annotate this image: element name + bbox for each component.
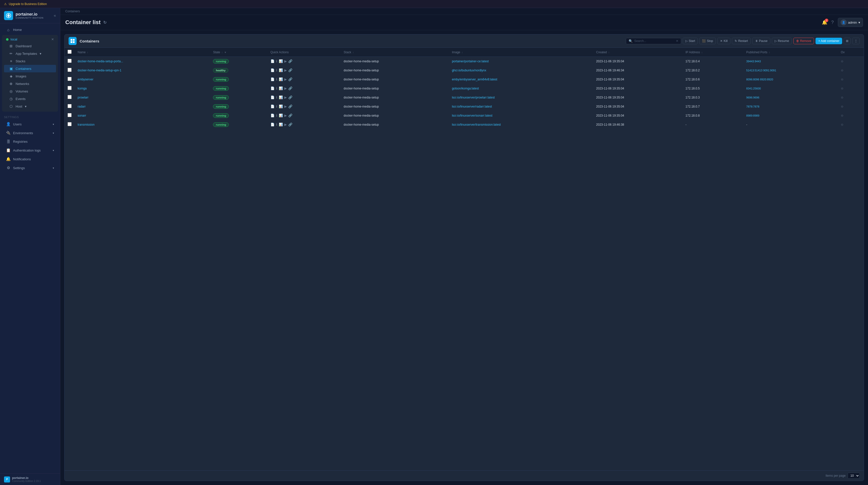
exec-button[interactable]: ▶ <box>284 123 287 126</box>
row-checkbox[interactable] <box>68 59 71 63</box>
container-name-link[interactable]: docker-home-media-setup-vpn-1 <box>78 69 121 72</box>
upgrade-banner[interactable]: ⚠ Upgrade to Business Edition <box>0 0 868 8</box>
col-name[interactable]: Name ↕ <box>74 48 210 57</box>
inspect-button[interactable]: ℹ <box>276 86 277 90</box>
attach-button[interactable]: 🔗 <box>288 123 292 126</box>
container-name-link[interactable]: embyserver <box>78 78 93 81</box>
help-button[interactable]: ? <box>831 20 834 25</box>
attach-button[interactable]: 🔗 <box>288 86 292 90</box>
stats-button[interactable]: 📊 <box>279 86 283 90</box>
stats-button[interactable]: 📊 <box>279 104 283 108</box>
logs-button[interactable]: 📄 <box>271 68 275 72</box>
remove-button[interactable]: 🗑 Remove <box>794 38 814 44</box>
inspect-button[interactable]: ℹ <box>276 59 277 63</box>
container-name-link[interactable]: radarr <box>78 105 86 108</box>
port-link[interactable]: 39443:9443 <box>746 60 761 63</box>
image-link[interactable]: lscr.io/linuxserver/transmission:latest <box>452 123 501 126</box>
row-checkbox[interactable] <box>68 95 71 99</box>
row-checkbox[interactable] <box>68 86 71 90</box>
sidebar-item-networks[interactable]: ⊕ Networks <box>4 80 56 87</box>
items-per-page-select[interactable]: 10 25 50 <box>848 473 860 479</box>
image-link[interactable]: lscr.io/linuxserver/prowlarr:latest <box>452 96 495 99</box>
inspect-button[interactable]: ℹ <box>276 78 277 81</box>
inspect-button[interactable]: ℹ <box>276 95 277 99</box>
logs-button[interactable]: 📄 <box>271 123 275 126</box>
more-options-button[interactable]: ⋮ <box>852 38 860 44</box>
image-link[interactable]: gotson/komga:latest <box>452 87 479 90</box>
exec-button[interactable]: ▶ <box>284 95 287 99</box>
row-checkbox[interactable] <box>68 77 71 81</box>
inspect-button[interactable]: ℹ <box>276 123 277 126</box>
sidebar-item-environments[interactable]: 🔌 Environments ▾ <box>2 129 58 137</box>
select-all-checkbox[interactable] <box>68 50 71 54</box>
sidebar-item-registries[interactable]: 🗄 Registries <box>2 138 58 146</box>
col-image[interactable]: Image ↕ <box>449 48 593 57</box>
sidebar-item-containers[interactable]: ▣ Containers <box>4 65 56 72</box>
logs-button[interactable]: 📄 <box>271 59 275 63</box>
port-link[interactable]: 8096:8096 8920:8920 <box>746 78 773 81</box>
stop-button[interactable]: ⬛ Stop <box>699 38 716 44</box>
inspect-button[interactable]: ℹ <box>276 68 277 72</box>
sidebar-item-events[interactable]: ◷ Events <box>4 95 56 102</box>
port-link[interactable]: 51413:51413 9091:9091 <box>746 69 776 72</box>
stats-button[interactable]: 📊 <box>279 114 283 117</box>
attach-button[interactable]: 🔗 <box>288 59 292 63</box>
exec-button[interactable]: ▶ <box>284 104 287 108</box>
inspect-button[interactable]: ℹ <box>276 104 277 108</box>
sidebar-item-home[interactable]: ⌂ Home <box>2 26 58 34</box>
sidebar-item-stacks[interactable]: ≡ Stacks <box>4 57 56 65</box>
stats-button[interactable]: 📊 <box>279 68 283 72</box>
exec-button[interactable]: ▶ <box>284 78 287 81</box>
start-button[interactable]: ▷ Start <box>683 38 698 44</box>
stats-button[interactable]: 📊 <box>279 95 283 99</box>
container-name-link[interactable]: docker-home-media-setup-porta... <box>78 60 123 63</box>
sidebar-item-app-templates[interactable]: ✏ App Templates ▾ <box>4 50 56 57</box>
col-created[interactable]: Created ↕ <box>593 48 683 57</box>
sidebar-collapse-button[interactable]: « <box>54 13 56 18</box>
refresh-button[interactable]: ↻ <box>103 20 106 25</box>
search-clear-button[interactable]: ✕ <box>676 39 678 43</box>
sidebar-item-volumes[interactable]: ◎ Volumes <box>4 87 56 95</box>
port-link[interactable]: 8341:25600 <box>746 87 761 90</box>
col-ip[interactable]: IP Address ↕ <box>682 48 743 57</box>
col-ports[interactable]: Published Ports ↕ <box>743 48 838 57</box>
container-name-link[interactable]: transmission <box>78 123 94 126</box>
sidebar-item-dashboard[interactable]: ⊞ Dashboard <box>4 42 56 50</box>
sidebar-item-images[interactable]: ◈ Images <box>4 72 56 80</box>
port-link[interactable]: 8989:8989 <box>746 114 759 117</box>
port-link[interactable]: 9696:9696 <box>746 96 759 99</box>
resume-button[interactable]: ▷ Resume <box>772 38 792 44</box>
image-link[interactable]: portainer/portainer-ce:latest <box>452 60 489 63</box>
row-checkbox[interactable] <box>68 122 71 126</box>
notifications-button[interactable]: 🔔 1 <box>822 20 827 25</box>
attach-button[interactable]: 🔗 <box>288 78 292 81</box>
image-link[interactable]: lscr.io/linuxserver/sonarr:latest <box>452 114 492 117</box>
environment-close-button[interactable]: ✕ <box>51 37 54 41</box>
add-container-button[interactable]: + Add container <box>815 38 842 44</box>
row-checkbox[interactable] <box>68 68 71 72</box>
exec-button[interactable]: ▶ <box>284 68 287 72</box>
inspect-button[interactable]: ℹ <box>276 114 277 117</box>
exec-button[interactable]: ▶ <box>284 59 287 63</box>
pause-button[interactable]: ⏸ Pause <box>752 38 770 44</box>
exec-button[interactable]: ▶ <box>284 114 287 117</box>
logs-button[interactable]: 📄 <box>271 104 275 108</box>
container-name-link[interactable]: sonarr <box>78 114 86 117</box>
sidebar-item-settings[interactable]: ⚙ Settings ▾ <box>2 163 58 172</box>
logs-button[interactable]: 📄 <box>271 86 275 90</box>
attach-button[interactable]: 🔗 <box>288 104 292 108</box>
attach-button[interactable]: 🔗 <box>288 95 292 99</box>
logs-button[interactable]: 📄 <box>271 95 275 99</box>
sidebar-item-auth-logs[interactable]: 📋 Authentication logs ▾ <box>2 146 58 155</box>
col-state[interactable]: State ↕ ▼ <box>210 48 267 57</box>
container-name-link[interactable]: komga <box>78 87 87 90</box>
stats-button[interactable]: 📊 <box>279 123 283 126</box>
grid-view-button[interactable]: ⊞ <box>844 38 851 44</box>
col-stack[interactable]: Stack ↕ <box>341 48 449 57</box>
image-link[interactable]: lscr.io/linuxserver/radarr:latest <box>452 105 492 108</box>
sidebar-item-host[interactable]: ⬡ Host ▾ <box>4 102 56 110</box>
logs-button[interactable]: 📄 <box>271 114 275 117</box>
port-link[interactable]: 7878:7878 <box>746 105 759 108</box>
sidebar-item-notifications[interactable]: 🔔 Notifications <box>2 155 58 163</box>
image-link[interactable]: ghcr.io/bubuntux/nordlynx <box>452 69 486 72</box>
